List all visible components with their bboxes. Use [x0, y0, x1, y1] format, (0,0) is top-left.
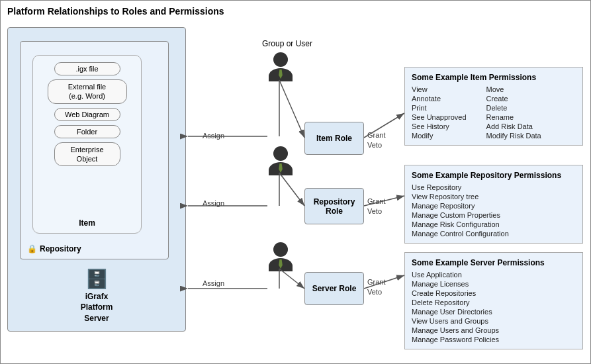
svg-line-4 [279, 80, 304, 138]
server-label-area: 🗄️ iGrafxPlatformServer [8, 268, 185, 324]
repo-perm-col: Use Repository View Repository tree Mana… [412, 183, 576, 238]
repo-label: 🔒 Repository [27, 244, 81, 253]
repo-icon: 🔒 [27, 244, 37, 253]
chip-folder: Folder [54, 125, 120, 138]
item-perm-col-1: View Annotate Print See Unapproved See H… [412, 85, 467, 140]
person-head-3 [273, 242, 288, 257]
svg-line-7 [279, 173, 304, 206]
person-body-1 [269, 68, 293, 81]
assign-label-2: Assign [203, 199, 224, 207]
chip-web: Web Diagram [54, 108, 120, 121]
assign-label-1: Assign [203, 132, 224, 140]
item-role-box: Item Role [304, 122, 364, 155]
chip-enterprise: EnterpriseObject [54, 142, 120, 167]
item-box: .igx file External file(e.g. Word) Web D… [32, 55, 142, 234]
server-box: .igx file External file(e.g. Word) Web D… [7, 27, 186, 332]
server-db-icon: 🗄️ [8, 268, 185, 290]
repo-perm-title: Some Example Repository Permissions [412, 171, 576, 180]
person-item-role [269, 52, 293, 81]
chip-igx: .igx file [54, 62, 120, 75]
item-perm-box: Some Example Item Permissions View Annot… [404, 67, 583, 146]
person-server-role [269, 242, 293, 271]
grant-veto-1: GrantVeto [367, 130, 386, 151]
grant-veto-2: GrantVeto [367, 197, 386, 217]
item-perm-cols: View Annotate Print See Unapproved See H… [412, 85, 576, 140]
repo-box: .igx file External file(e.g. Word) Web D… [20, 41, 169, 259]
grant-veto-3: GrantVeto [367, 277, 386, 298]
server-perm-box: Some Example Server Permissions Use Appl… [404, 252, 583, 349]
group-user-label: Group or User [262, 39, 312, 48]
person-tie-3 [278, 259, 283, 269]
page-title: Platform Relationships to Roles and Perm… [1, 1, 590, 19]
person-head-2 [273, 146, 288, 161]
person-head-1 [273, 52, 288, 67]
repo-role-box: RepositoryRole [304, 188, 364, 224]
server-role-box: Server Role [304, 272, 364, 305]
repo-perm-box: Some Example Repository Permissions Use … [404, 165, 583, 244]
item-label: Item [33, 218, 141, 228]
person-body-2 [269, 162, 293, 175]
person-tie-1 [278, 69, 283, 79]
chip-external: External file(e.g. Word) [48, 79, 127, 104]
person-tie-2 [278, 163, 283, 173]
item-perm-title: Some Example Item Permissions [412, 73, 576, 82]
server-perm-title: Some Example Server Permissions [412, 258, 576, 267]
person-body-3 [269, 258, 293, 271]
person-repo-role [269, 146, 293, 175]
server-label: iGrafxPlatformServer [8, 291, 185, 324]
item-perm-col-2: Move Create Delete Rename Add Risk Data … [486, 85, 541, 140]
svg-line-10 [279, 269, 304, 289]
server-perm-col: Use Application Manage Licenses Create R… [412, 271, 576, 343]
assign-label-3: Assign [203, 279, 224, 287]
